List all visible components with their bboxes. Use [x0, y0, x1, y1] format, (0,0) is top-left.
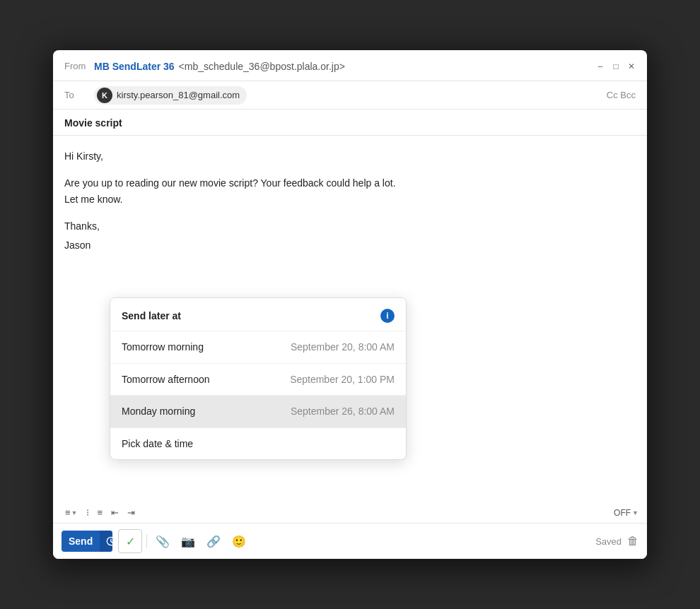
- saved-label: Saved: [595, 536, 622, 547]
- to-row: To K kirsty.pearson_81@gmail.com Cc Bcc: [53, 81, 647, 110]
- link-icon: 🔗: [206, 535, 221, 548]
- checkmark-icon: ✓: [126, 535, 135, 548]
- list-icon: ⁝: [86, 507, 89, 518]
- ordered-list-button[interactable]: ≡: [94, 505, 107, 520]
- maximize-button[interactable]: □: [612, 62, 620, 71]
- emoji-icon: 🙂: [232, 535, 246, 548]
- format-toolbar: ≡ ▼ ⁝ ≡ ⇤ ⇥ OFF ▼: [53, 502, 647, 523]
- info-icon[interactable]: i: [380, 309, 395, 323]
- svg-point-0: [107, 537, 113, 545]
- window-controls: – □ ✕: [596, 62, 636, 71]
- schedule-option-pick-date[interactable]: Pick date & time: [110, 427, 406, 459]
- close-button[interactable]: ✕: [627, 62, 636, 71]
- image-icon: 📷: [181, 535, 195, 548]
- checkmark-button[interactable]: ✓: [118, 529, 142, 553]
- schedule-time: September 20, 8:00 AM: [291, 339, 395, 355]
- delete-button[interactable]: 🗑: [627, 535, 638, 548]
- decrease-indent-icon: ⇤: [111, 507, 119, 518]
- recipient-email: kirsty.pearson_81@gmail.com: [117, 90, 240, 100]
- avatar: K: [97, 88, 112, 103]
- sender-name: MB SendLater 36: [94, 61, 175, 72]
- toolbar-separator: [146, 534, 147, 548]
- subject-row: Movie script: [53, 110, 647, 136]
- increase-indent-icon: ⇥: [127, 507, 135, 518]
- link-button[interactable]: 🔗: [202, 530, 225, 552]
- schedule-option-monday-morning[interactable]: Monday morning September 26, 8:00 AM: [110, 395, 406, 427]
- email-greeting: Hi Kirsty,: [64, 148, 636, 164]
- align-icon: ≡: [65, 507, 71, 518]
- to-label: To: [64, 90, 87, 100]
- from-label: From: [64, 61, 87, 71]
- schedule-label: Monday morning: [122, 403, 195, 419]
- saved-status: Saved 🗑: [595, 535, 638, 548]
- schedule-label: Tomorrow afternoon: [122, 372, 210, 387]
- schedule-option-tomorrow-afternoon[interactable]: Tomorrow afternoon September 20, 1:00 PM: [110, 363, 406, 395]
- bottom-toolbar: Send ✓ 📎 📷 🔗 🙂 Saved: [53, 523, 647, 559]
- decrease-indent-button[interactable]: ⇤: [107, 505, 122, 520]
- trash-icon: 🗑: [627, 535, 638, 548]
- cc-bcc-button[interactable]: Cc Bcc: [607, 90, 636, 100]
- title-bar: From MB SendLater 36 <mb_schedule_36@bpo…: [53, 50, 647, 81]
- paperclip-icon: 📎: [156, 535, 170, 548]
- send-button[interactable]: Send: [62, 531, 112, 552]
- sender-email: <mb_schedule_36@bpost.plala.or.jp>: [179, 61, 596, 72]
- schedule-time: September 26, 8:00 AM: [291, 403, 395, 419]
- image-button[interactable]: 📷: [177, 530, 199, 552]
- schedule-option-tomorrow-morning[interactable]: Tomorrow morning September 20, 8:00 AM: [110, 331, 406, 362]
- attach-button[interactable]: 📎: [151, 530, 174, 552]
- compose-window: From MB SendLater 36 <mb_schedule_36@bpo…: [53, 50, 647, 559]
- unordered-list-button[interactable]: ⁝: [83, 505, 93, 520]
- increase-indent-button[interactable]: ⇥: [124, 505, 139, 520]
- clock-icon[interactable]: [100, 531, 112, 552]
- email-body[interactable]: Hi Kirsty, Are you up to reading our new…: [53, 136, 647, 502]
- off-toggle-button[interactable]: OFF ▼: [614, 508, 638, 518]
- align-button[interactable]: ≡ ▼: [62, 505, 81, 520]
- recipient-chip[interactable]: K kirsty.pearson_81@gmail.com: [94, 86, 247, 105]
- minimize-button[interactable]: –: [596, 62, 605, 71]
- schedule-label: Tomorrow morning: [122, 339, 204, 355]
- email-signature: Jason: [64, 237, 636, 253]
- subject-text: Movie script: [64, 117, 122, 129]
- send-label: Send: [62, 531, 100, 552]
- send-later-title: Send later at: [122, 308, 181, 324]
- ordered-list-icon: ≡: [98, 507, 103, 518]
- email-closing: Thanks,: [64, 218, 636, 234]
- off-label: OFF: [614, 508, 631, 518]
- send-later-popup: Send later at i Tomorrow morning Septemb…: [110, 297, 407, 460]
- chevron-down-icon: ▼: [632, 509, 638, 516]
- send-later-header: Send later at i: [110, 298, 406, 331]
- chevron-down-icon: ▼: [71, 509, 78, 516]
- svg-line-2: [111, 541, 112, 543]
- email-message: Are you up to reading our new movie scri…: [64, 175, 636, 207]
- schedule-time: September 20, 1:00 PM: [290, 372, 395, 387]
- schedule-label: Pick date & time: [122, 436, 193, 451]
- emoji-button[interactable]: 🙂: [228, 530, 250, 552]
